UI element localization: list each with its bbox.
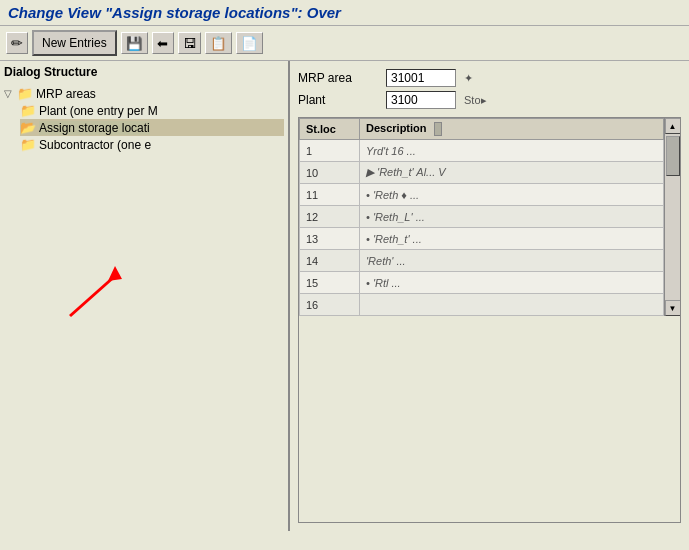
page-title: Change View "Assign storage locations": … — [8, 4, 341, 21]
folder-icon: 📁 — [17, 86, 33, 101]
tree-node-plant[interactable]: 📁 Plant (one entry per M — [20, 102, 284, 119]
plant-label: Plant — [298, 93, 378, 107]
mrp-area-label: MRP area — [298, 71, 378, 85]
scroll-down-button[interactable]: ▼ — [665, 300, 681, 316]
scroll-thumb[interactable] — [666, 136, 680, 176]
plant-row: Plant 3100 Sto▸ — [298, 91, 681, 109]
scroll-up-button[interactable]: ▲ — [665, 118, 681, 134]
tree-label-assign: Assign storage locati — [39, 121, 150, 135]
cell-description: ▶ 'Reth_t' Al... V — [360, 162, 664, 184]
cell-stloc: 13 — [300, 228, 360, 250]
copy-icon: 📋 — [210, 36, 227, 51]
dialog-panel-title: Dialog Structure — [4, 65, 284, 79]
plant-value: 3100 — [386, 91, 456, 109]
new-entries-button[interactable]: New Entries — [32, 30, 117, 56]
save2-icon-button[interactable]: 🖫 — [178, 32, 201, 54]
cell-stloc: 16 — [300, 294, 360, 316]
cell-description: Yrd't 16 ... — [360, 140, 664, 162]
pencil-icon: ✏ — [11, 35, 23, 51]
paste-icon-button[interactable]: 📄 — [236, 32, 263, 54]
cell-stloc: 11 — [300, 184, 360, 206]
plant-extra: Sto▸ — [464, 94, 487, 107]
right-panel: MRP area 31001 ✦ Plant 3100 Sto▸ — [290, 61, 689, 531]
table-row[interactable]: 16 — [300, 294, 664, 316]
cell-stloc: 15 — [300, 272, 360, 294]
table-row[interactable]: 10▶ 'Reth_t' Al... V — [300, 162, 664, 184]
table-row[interactable]: 1Yrd't 16 ... — [300, 140, 664, 162]
table-container: St.loc Description 1Yrd't 16 ...10▶ 'Ret… — [298, 117, 681, 523]
mrp-info: MRP area 31001 ✦ Plant 3100 Sto▸ — [298, 69, 681, 109]
cell-description: • 'Reth ♦ ... — [360, 184, 664, 206]
back-icon-button[interactable]: ⬅ — [152, 32, 174, 54]
cell-description — [360, 294, 664, 316]
mrp-area-extra: ✦ — [464, 72, 473, 85]
folder-icon-subcontractor: 📁 — [20, 137, 36, 152]
save-icon: 💾 — [126, 36, 143, 51]
title-bar: Change View "Assign storage locations": … — [0, 0, 689, 26]
tree-root-label: MRP areas — [36, 87, 96, 101]
data-table: St.loc Description 1Yrd't 16 ...10▶ 'Ret… — [299, 118, 664, 316]
col-description: Description — [360, 119, 664, 140]
main-content: Dialog Structure ▽ 📁 MRP areas 📁 Plant (… — [0, 61, 689, 531]
paste-icon: 📄 — [241, 36, 258, 51]
back-icon: ⬅ — [157, 36, 168, 51]
col-resize-handle[interactable] — [434, 122, 442, 136]
arrow-annotation — [60, 261, 130, 324]
table-row[interactable]: 14 'Reth' ... — [300, 250, 664, 272]
tree-root-node[interactable]: ▽ 📁 MRP areas — [4, 85, 284, 102]
dialog-panel: Dialog Structure ▽ 📁 MRP areas 📁 Plant (… — [0, 61, 290, 531]
cell-stloc: 10 — [300, 162, 360, 184]
table-row[interactable]: 11• 'Reth ♦ ... — [300, 184, 664, 206]
table-scroll-wrapper[interactable]: St.loc Description 1Yrd't 16 ...10▶ 'Ret… — [299, 118, 664, 316]
new-entries-label: New Entries — [42, 36, 107, 50]
tree-label-subcontractor: Subcontractor (one e — [39, 138, 151, 152]
tree-children: 📁 Plant (one entry per M 📂 Assign storag… — [20, 102, 284, 153]
cell-stloc: 1 — [300, 140, 360, 162]
tree-node-assign[interactable]: 📂 Assign storage locati — [20, 119, 284, 136]
table-row[interactable]: 13• 'Reth_t' ... — [300, 228, 664, 250]
cell-stloc: 12 — [300, 206, 360, 228]
cell-description: • 'Reth_t' ... — [360, 228, 664, 250]
tree-node-subcontractor[interactable]: 📁 Subcontractor (one e — [20, 136, 284, 153]
table-row[interactable]: 15• 'Rtl ... — [300, 272, 664, 294]
cell-stloc: 14 — [300, 250, 360, 272]
tree-label-plant: Plant (one entry per M — [39, 104, 158, 118]
cell-description: • 'Rtl ... — [360, 272, 664, 294]
save2-icon: 🖫 — [183, 36, 196, 51]
pencil-icon-button[interactable]: ✏ — [6, 32, 28, 54]
scrollbar: ▲ ▼ — [664, 118, 680, 316]
col-stloc: St.loc — [300, 119, 360, 140]
cell-description: 'Reth' ... — [360, 250, 664, 272]
mrp-area-row: MRP area 31001 ✦ — [298, 69, 681, 87]
copy-icon-button[interactable]: 📋 — [205, 32, 232, 54]
expand-arrow-icon: ▽ — [4, 88, 14, 99]
mrp-area-value: 31001 — [386, 69, 456, 87]
folder-icon-assign: 📂 — [20, 120, 36, 135]
toolbar: ✏ New Entries 💾 ⬅ 🖫 📋 📄 — [0, 26, 689, 61]
cell-description: • 'Reth_L' ... — [360, 206, 664, 228]
svg-marker-1 — [108, 266, 122, 281]
folder-icon-plant: 📁 — [20, 103, 36, 118]
save-icon-button[interactable]: 💾 — [121, 32, 148, 54]
svg-line-0 — [70, 276, 115, 316]
table-row[interactable]: 12• 'Reth_L' ... — [300, 206, 664, 228]
